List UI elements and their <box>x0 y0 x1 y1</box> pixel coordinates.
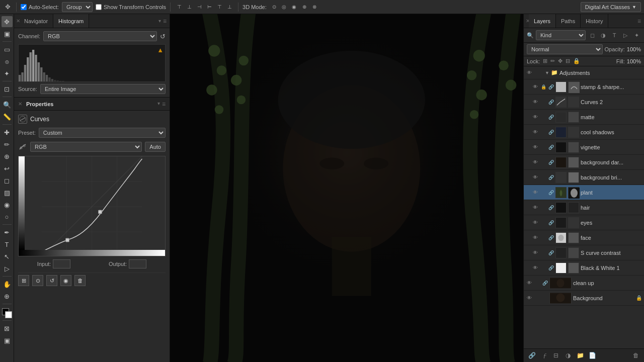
curves-delete-btn[interactable]: 🗑 <box>74 275 86 286</box>
layer-item-scurve[interactable]: 👁 🔗 S curve contrast <box>524 245 644 260</box>
layer-new-btn[interactable]: 📄 <box>587 350 597 360</box>
blur-btn[interactable]: ◉ <box>2 199 13 210</box>
paths-tab[interactable]: Paths <box>556 14 581 28</box>
panel-collapse-icon[interactable]: ▾ <box>158 18 161 24</box>
3d-btn-5[interactable]: ⊗ <box>310 3 319 12</box>
hand-btn[interactable]: ✋ <box>2 279 13 290</box>
layer-item-plant[interactable]: 👁 🔗 plant <box>524 185 644 200</box>
color-swatches[interactable] <box>2 308 12 318</box>
layers-tab[interactable]: Layers <box>529 14 556 28</box>
history-tab[interactable]: History <box>581 14 608 28</box>
layer-mask-btn[interactable]: ⊟ <box>551 350 561 360</box>
magic-wand-btn[interactable]: ✦ <box>2 68 13 79</box>
zoom-btn[interactable]: ⊕ <box>2 291 13 302</box>
properties-close-icon[interactable]: ✕ <box>18 101 22 107</box>
navigator-tab[interactable]: Navigator <box>19 14 53 28</box>
preset-select[interactable]: Custom Default Linear Contrast Medium Co… <box>39 128 166 138</box>
curves-reset-btn[interactable]: ↺ <box>46 275 57 286</box>
align-left-btn[interactable]: ⊢ <box>205 3 214 12</box>
lock-image-icon[interactable]: ✏ <box>550 58 555 64</box>
curves-graph[interactable] <box>18 156 166 256</box>
layer-group-adjustments[interactable]: 👁 ▼ 📁 Adjustments <box>524 66 644 79</box>
screen-mode-btn[interactable]: ▣ <box>2 335 13 346</box>
layer-eye-hair[interactable]: 👁 <box>532 204 539 211</box>
workspace-selector[interactable]: Digital Art Classes ▼ <box>581 2 641 12</box>
auto-button[interactable]: Auto <box>145 142 166 152</box>
3d-btn-1[interactable]: ⊙ <box>270 3 279 12</box>
layer-item-bgbright[interactable]: 👁 🔗 background bri... <box>524 170 644 185</box>
eraser-btn[interactable]: ◻ <box>2 175 13 186</box>
align-hcenter-btn[interactable]: ⊤ <box>215 3 224 12</box>
layer-eye-bw1[interactable]: 👁 <box>532 264 539 272</box>
layer-eye-scurve[interactable]: 👁 <box>532 249 539 256</box>
auto-select-checkbox[interactable]: Auto-Select: <box>21 4 59 10</box>
layer-eye-matte[interactable]: 👁 <box>532 114 539 121</box>
layer-item-background[interactable]: 👁 Background 🔒 <box>524 291 644 306</box>
layer-group-toggle-adjustments[interactable]: ▼ <box>545 70 549 75</box>
3d-btn-3[interactable]: ◉ <box>290 3 299 12</box>
layer-item-coolshadows[interactable]: 👁 🔗 cool shadows <box>524 125 644 140</box>
history-btn[interactable]: ↩ <box>2 163 13 174</box>
filter-smart-btn[interactable]: ✦ <box>632 31 641 40</box>
ruler-btn[interactable]: 📏 <box>2 111 13 122</box>
heal-btn[interactable]: ✚ <box>2 127 13 138</box>
lock-transparent-icon[interactable]: ⊞ <box>543 58 547 64</box>
gradient-btn[interactable]: ▨ <box>2 187 13 198</box>
layer-eye-background[interactable]: 👁 <box>526 295 533 302</box>
show-transform-checkbox[interactable]: Show Transform Controls <box>96 4 166 10</box>
3d-btn-4[interactable]: ⊕ <box>300 3 309 12</box>
layer-delete-btn[interactable]: 🗑 <box>631 350 641 360</box>
layer-item-face[interactable]: 👁 🔗 face <box>524 230 644 245</box>
move-tool-btn[interactable]: ✥ <box>2 16 13 27</box>
rect-select-btn[interactable]: ▭ <box>2 44 13 55</box>
input-value[interactable] <box>53 259 70 268</box>
show-transform-input[interactable] <box>96 4 102 10</box>
align-right-btn[interactable]: ⊥ <box>225 3 234 12</box>
layer-item-bgdark[interactable]: 👁 🔗 background dar... <box>524 155 644 170</box>
background-color[interactable] <box>5 311 12 318</box>
text-btn[interactable]: T <box>2 239 13 250</box>
filter-adjustment-btn[interactable]: ◑ <box>599 31 608 40</box>
curves-visibility-btn[interactable]: ◉ <box>60 275 71 286</box>
eyedropper-btn[interactable]: 🔍 <box>2 99 13 110</box>
curves-select-point-btn[interactable]: ⊞ <box>18 275 29 286</box>
group-select[interactable]: Group Layer <box>62 2 93 12</box>
curves-link-btn[interactable]: ⊙ <box>32 275 43 286</box>
layer-eye-bgdark[interactable]: 👁 <box>532 159 539 166</box>
layer-eye-coolshadows[interactable]: 👁 <box>532 129 539 136</box>
align-bottom-btn[interactable]: ⊣ <box>195 3 204 12</box>
align-vcenter-btn[interactable]: ⊥ <box>185 3 194 12</box>
properties-collapse-icon[interactable]: ▾ <box>157 101 160 108</box>
opacity-value[interactable]: 100% <box>627 46 641 52</box>
layer-item-cleanup[interactable]: 👁 🔗 clean up <box>524 276 644 291</box>
brush-btn[interactable]: ✏ <box>2 139 13 150</box>
layer-adjustment-btn[interactable]: ◑ <box>563 350 573 360</box>
clone-btn[interactable]: ⊕ <box>2 151 13 162</box>
pen-btn[interactable]: ✒ <box>2 227 13 238</box>
layers-panel-menu-icon[interactable]: ≡ <box>637 18 641 25</box>
filter-kind-select[interactable]: Kind Name Effect Mode Attribute Color Sm… <box>536 30 586 40</box>
auto-select-input[interactable] <box>21 4 27 10</box>
3d-btn-2[interactable]: ◎ <box>280 3 289 12</box>
filter-pixel-btn[interactable]: ◻ <box>588 31 597 40</box>
lock-position-icon[interactable]: ✥ <box>558 58 562 64</box>
layer-item-eyes[interactable]: 👁 🔗 eyes <box>524 215 644 230</box>
layer-eye-adjustments[interactable]: 👁 <box>526 69 533 76</box>
crop-btn[interactable]: ⊡ <box>2 83 13 95</box>
channel-select[interactable]: RGB Red Green Blue <box>43 31 157 41</box>
layer-eye-bgbright[interactable]: 👁 <box>532 174 539 181</box>
path-select-btn[interactable]: ↖ <box>2 251 13 262</box>
lasso-btn[interactable]: ⌾ <box>2 56 13 67</box>
layer-group-btn[interactable]: 📁 <box>575 350 585 360</box>
dodge-btn[interactable]: ○ <box>2 211 13 222</box>
layer-eye-plant[interactable]: 👁 <box>532 189 539 196</box>
move-tool-icon[interactable]: ✥ <box>3 3 12 12</box>
layer-item-stamp[interactable]: 👁 🔒 🔗 stamp & sharpe... <box>524 79 644 95</box>
layer-link-btn[interactable]: 🔗 <box>527 350 537 360</box>
source-select[interactable]: Entire Image Selected Layer <box>40 84 166 94</box>
histogram-refresh-icon[interactable]: ↺ <box>160 33 166 40</box>
channel-select-curves[interactable]: RGB Red Green Blue <box>30 142 142 152</box>
layer-eye-vignette[interactable]: 👁 <box>532 144 539 151</box>
histogram-tab[interactable]: Histogram <box>53 14 89 28</box>
layer-item-hair[interactable]: 👁 🔗 hair <box>524 200 644 215</box>
